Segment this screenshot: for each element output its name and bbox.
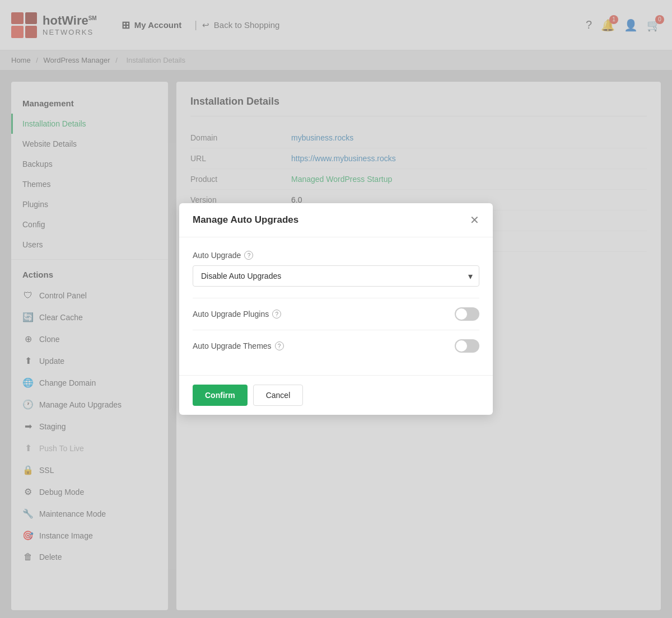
- auto-upgrade-label: Auto Upgrade ?: [193, 251, 479, 260]
- auto-upgrade-themes-label: Auto Upgrade Themes ?: [193, 341, 284, 350]
- auto-upgrade-select[interactable]: Disable Auto Upgrades Minor Only All Upg…: [193, 265, 479, 287]
- modal-footer: Confirm Cancel: [179, 375, 493, 415]
- themes-help-icon[interactable]: ?: [275, 341, 284, 350]
- auto-upgrade-help-icon[interactable]: ?: [244, 251, 253, 260]
- plugins-help-icon[interactable]: ?: [272, 310, 281, 319]
- modal-overlay: Manage Auto Upgrades ✕ Auto Upgrade ? Di…: [0, 0, 672, 618]
- auto-upgrade-plugins-row: Auto Upgrade Plugins ?: [193, 298, 479, 330]
- modal-title: Manage Auto Upgrades: [193, 214, 298, 226]
- cancel-button[interactable]: Cancel: [253, 385, 304, 406]
- auto-upgrade-select-wrapper: Disable Auto Upgrades Minor Only All Upg…: [193, 265, 479, 287]
- auto-upgrade-plugins-toggle[interactable]: [455, 307, 479, 321]
- auto-upgrade-themes-toggle[interactable]: [455, 339, 479, 353]
- modal-header: Manage Auto Upgrades ✕: [179, 203, 493, 237]
- confirm-button[interactable]: Confirm: [193, 385, 248, 406]
- modal-body: Auto Upgrade ? Disable Auto Upgrades Min…: [179, 237, 493, 375]
- modal-close-button[interactable]: ✕: [470, 214, 479, 226]
- manage-auto-upgrades-modal: Manage Auto Upgrades ✕ Auto Upgrade ? Di…: [179, 203, 493, 415]
- auto-upgrade-plugins-label: Auto Upgrade Plugins ?: [193, 310, 281, 319]
- auto-upgrade-themes-row: Auto Upgrade Themes ?: [193, 330, 479, 362]
